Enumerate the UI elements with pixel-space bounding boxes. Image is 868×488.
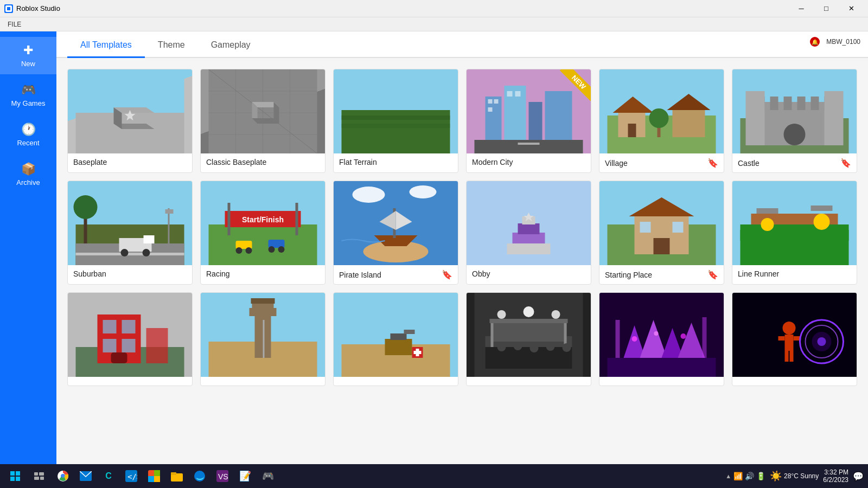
roblox-logo-icon: [4, 4, 13, 13]
svg-rect-158: [703, 317, 707, 358]
svg-rect-62: [76, 253, 184, 255]
app-title: Roblox Studio: [16, 4, 60, 12]
svg-point-147: [546, 342, 555, 351]
notification-icon[interactable]: 🔔: [810, 37, 820, 47]
template-line-runner[interactable]: Line Runner: [732, 181, 857, 285]
template-castle[interactable]: Castle 🔖: [732, 69, 857, 173]
svg-point-155: [654, 331, 659, 336]
svg-rect-189: [171, 472, 176, 475]
notification-center-icon[interactable]: 💬: [853, 471, 864, 481]
visualstudio-icon[interactable]: VS: [212, 465, 233, 487]
explorer-icon[interactable]: [166, 465, 188, 487]
sidebar-item-my-games[interactable]: 🎮 My Games: [0, 76, 56, 114]
template-flat-terrain[interactable]: Flat Terrain: [333, 69, 458, 173]
chrome-icon[interactable]: [52, 465, 74, 487]
my-games-icon: 🎮: [21, 83, 36, 97]
minimize-button[interactable]: ─: [789, 0, 814, 17]
thumb-village: [599, 69, 724, 153]
svg-rect-35: [518, 143, 540, 145]
username-label: MBW_0100: [823, 37, 864, 47]
thumb-pirate-island: [334, 181, 458, 265]
svg-text:Start/Finish: Start/Finish: [242, 215, 284, 224]
svg-point-139: [552, 310, 560, 319]
task-view-button[interactable]: [28, 465, 50, 487]
bookmark-village-icon[interactable]: 🔖: [707, 158, 718, 168]
wifi-icon[interactable]: 📶: [733, 472, 743, 480]
canva-icon[interactable]: C: [98, 465, 119, 487]
start-button[interactable]: [4, 465, 26, 487]
template-pirate-island[interactable]: Pirate Island 🔖: [333, 181, 458, 285]
main-layout: ✚ New 🎮 My Games 🕐 Recent 📦 Archive All …: [0, 31, 868, 464]
svg-point-137: [497, 310, 506, 319]
tab-all-templates[interactable]: All Templates: [67, 31, 145, 58]
svg-rect-90: [507, 243, 551, 254]
sidebar-item-archive[interactable]: 📦 Archive: [0, 156, 56, 193]
sidebar-item-recent[interactable]: 🕐 Recent: [0, 116, 56, 153]
template-suburban[interactable]: Suburban: [67, 181, 193, 285]
template-village[interactable]: Village 🔖: [599, 69, 724, 173]
msstore-icon[interactable]: [143, 465, 165, 487]
svg-rect-171: [10, 471, 15, 476]
thumb-item9: [334, 293, 458, 377]
thumb-flat-terrain: [334, 69, 458, 153]
content-area: All Templates Theme Gameplay: [56, 31, 868, 464]
sidebar-label-new: New: [21, 60, 35, 68]
svg-rect-56: [825, 91, 844, 145]
vscode-icon[interactable]: </>: [120, 465, 142, 487]
roblox-taskbar-icon[interactable]: 🎮: [257, 465, 279, 487]
thumb-baseplate: [68, 69, 192, 153]
template-starting-place[interactable]: Starting Place 🔖: [599, 181, 724, 285]
svg-rect-33: [515, 91, 521, 97]
window-controls[interactable]: ─ □ ✕: [789, 0, 864, 17]
close-button[interactable]: ✕: [839, 0, 864, 17]
bookmark-pirate-icon[interactable]: 🔖: [442, 269, 452, 280]
svg-rect-165: [785, 351, 789, 362]
template-label-village: Village 🔖: [599, 153, 724, 172]
sidebar-item-new[interactable]: ✚ New: [0, 37, 56, 74]
thumb-item10: [467, 293, 591, 377]
edge-icon[interactable]: [189, 465, 210, 487]
svg-rect-2: [76, 69, 184, 113]
speaker-icon[interactable]: 🔊: [745, 472, 754, 480]
battery-icon[interactable]: 🔋: [756, 472, 765, 480]
tab-gameplay[interactable]: Gameplay: [198, 31, 264, 58]
new-badge: [553, 69, 591, 107]
svg-point-156: [681, 333, 686, 339]
template-modern-city[interactable]: Modern City: [466, 69, 591, 173]
template-label-flat-terrain: Flat Terrain: [334, 153, 458, 171]
bookmark-starting-icon[interactable]: 🔖: [707, 269, 718, 280]
template-item10[interactable]: [466, 292, 591, 386]
svg-rect-29: [488, 99, 493, 104]
sidebar: ✚ New 🎮 My Games 🕐 Recent 📦 Archive: [0, 31, 56, 464]
menu-file[interactable]: FILE: [4, 20, 24, 29]
template-racing[interactable]: Start/Finish Racing: [200, 181, 326, 285]
template-item11[interactable]: [599, 292, 724, 386]
template-item7[interactable]: [67, 292, 193, 386]
template-item8[interactable]: [200, 292, 326, 386]
svg-rect-174: [16, 477, 20, 481]
svg-rect-101: [673, 222, 684, 233]
title-bar-left: Roblox Studio: [4, 4, 60, 13]
svg-rect-74: [296, 203, 298, 235]
template-item9[interactable]: [333, 292, 458, 386]
svg-rect-55: [746, 91, 765, 145]
bookmark-castle-icon[interactable]: 🔖: [840, 158, 851, 168]
template-obby[interactable]: Obby: [466, 181, 591, 285]
template-label-modern-city: Modern City: [467, 153, 591, 171]
template-label-item9: [334, 377, 458, 386]
template-baseplate[interactable]: Baseplate: [67, 69, 193, 173]
mail-icon[interactable]: [75, 465, 97, 487]
tab-theme[interactable]: Theme: [145, 31, 198, 58]
chevron-up-icon[interactable]: ▲: [725, 473, 731, 479]
thumb-item8: [201, 293, 325, 377]
svg-rect-157: [616, 320, 620, 358]
svg-point-65: [121, 249, 129, 256]
svg-rect-186: [148, 476, 154, 482]
maximize-button[interactable]: □: [814, 0, 839, 17]
sticky-notes-icon[interactable]: 📝: [234, 465, 256, 487]
template-classic-baseplate[interactable]: Classic Baseplate: [200, 69, 326, 173]
sidebar-label-recent: Recent: [17, 139, 39, 147]
new-icon: ✚: [23, 43, 33, 57]
svg-rect-187: [154, 476, 160, 482]
template-item12[interactable]: [732, 292, 857, 386]
